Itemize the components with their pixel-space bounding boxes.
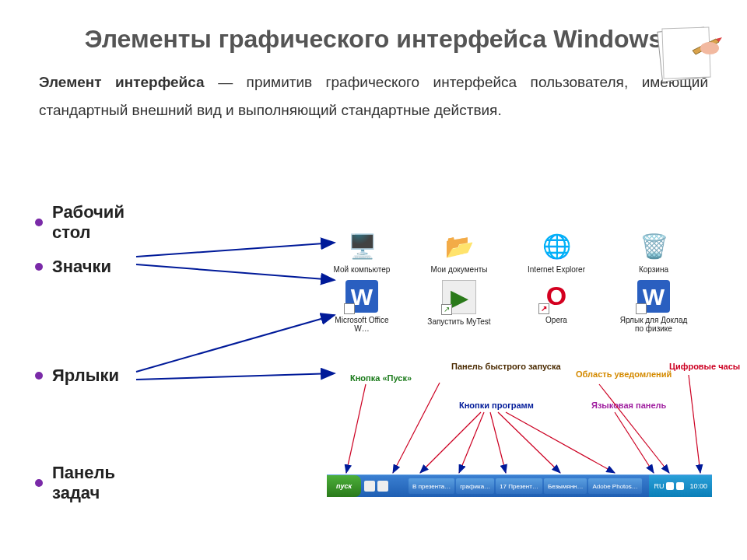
annot-program-buttons: Кнопки программ [459, 401, 534, 410]
tray-icon[interactable] [666, 482, 674, 490]
slide-title: Элементы графического интерфейса Windows [39, 23, 708, 54]
definition-term: Элемент интерфейса [39, 74, 205, 90]
notepad-hand-decoration [654, 23, 724, 86]
start-button[interactable]: пуск [327, 475, 361, 497]
language-indicator[interactable]: RU [654, 482, 664, 490]
trash-icon: 🗑️ [637, 229, 670, 262]
shortcut-doc: W Ярлык для Доклад по физике [619, 280, 689, 333]
svg-point-2 [700, 42, 719, 54]
shortcut-mytest: ▶ Запустить MyTest [424, 280, 494, 333]
icon-label: Мои документы [424, 265, 494, 274]
task-button[interactable]: графика… [456, 478, 494, 494]
bullet-dot-icon [35, 263, 43, 271]
icon-label: Мой компьютер [327, 265, 397, 274]
tray-icon[interactable] [676, 482, 684, 490]
bullet-desktop: Рабочий стол [35, 202, 124, 243]
bullet-text: Ярлыки [52, 366, 119, 386]
windows-taskbar: пуск В презента… графика… 17 Презент… Бе… [327, 474, 712, 497]
icon-label: Корзина [619, 265, 689, 274]
desktop-icons-row-1: 🖥️ Мой компьютер 📂 Мои документы 🌐 Inter… [327, 229, 700, 274]
annot-language-bar: Языковая панель [591, 401, 666, 410]
task-button[interactable]: В презента… [409, 478, 454, 494]
icon-internet-explorer: 🌐 Internet Explorer [521, 229, 591, 274]
icon-label: Internet Explorer [521, 265, 591, 274]
word-shortcut-icon: W [345, 280, 378, 313]
bullet-text: Значки [52, 257, 111, 277]
annot-quick-launch: Панель быстрого запуска [451, 362, 561, 371]
opera-shortcut-icon: O [540, 280, 573, 313]
bullet-icons: Значки [35, 257, 111, 277]
shortcut-opera: O Opera [521, 280, 591, 333]
icon-label: Opera [521, 316, 591, 324]
svg-rect-1 [662, 27, 710, 79]
task-buttons-area: В презента… графика… 17 Презент… Безымян… [406, 478, 649, 494]
desktop-icons-row-2: W Microsoft Office W… ▶ Запустить MyTest… [327, 280, 700, 333]
bullet-dot-icon [35, 219, 43, 226]
annot-start-button: Кнопка «Пуск» [350, 373, 412, 383]
monitor-icon: 🖥️ [345, 229, 378, 262]
ql-icon[interactable] [364, 481, 375, 492]
annot-notification-area: Область уведомлений [576, 369, 672, 379]
bullet-taskbar: Панель задач [35, 463, 115, 503]
ql-icon[interactable] [377, 481, 388, 492]
icon-label: Microsoft Office W… [327, 316, 397, 333]
icon-my-documents: 📂 Мои документы [424, 229, 494, 274]
doc-shortcut-icon: W [637, 280, 670, 313]
bullet-text: Панель задач [52, 463, 115, 503]
task-button[interactable]: 17 Презент… [496, 478, 542, 494]
bullet-dot-icon [35, 479, 43, 487]
quick-launch-area [361, 481, 406, 492]
mytest-shortcut-icon: ▶ [442, 280, 476, 314]
task-button[interactable]: Безымянн… [544, 478, 587, 494]
bullet-shortcuts: Ярлыки [35, 366, 119, 386]
definition-text: Элемент интерфейса — примитив графическо… [39, 68, 708, 124]
icon-recycle-bin: 🗑️ Корзина [619, 229, 689, 274]
task-button[interactable]: Adobe Photos… [588, 478, 641, 494]
icon-my-computer: 🖥️ Мой компьютер [327, 229, 397, 274]
folder-icon: 📂 [443, 229, 475, 262]
icon-label: Запустить MyTest [424, 317, 494, 326]
shortcut-word: W Microsoft Office W… [327, 280, 397, 333]
taskbar-clock: 10:00 [686, 482, 707, 490]
annot-digital-clock: Цифровые часы [669, 362, 740, 371]
bullet-dot-icon [35, 372, 43, 380]
bullet-text: Рабочий стол [52, 202, 124, 243]
ie-icon: 🌐 [540, 229, 573, 262]
icon-label: Ярлык для Доклад по физике [619, 316, 689, 333]
system-tray: RU 10:00 [649, 475, 712, 497]
